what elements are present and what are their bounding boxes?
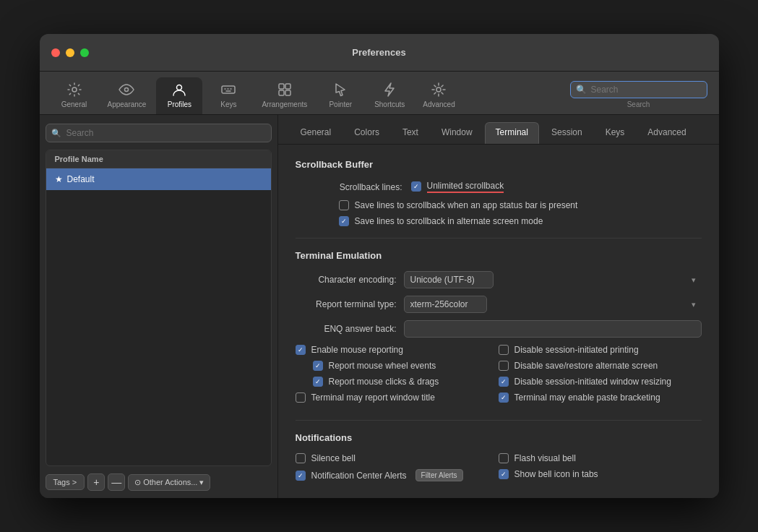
save-lines-statusbar-label: Save lines to scrollback when an app sta… [355, 200, 578, 210]
svg-rect-5 [285, 84, 290, 89]
terminal-paste-bracketing-row: ✓ Terminal may enable paste bracketing [499, 392, 702, 403]
profile-list: Profile Name ★ Default [46, 150, 272, 466]
sidebar: 🔍 Profile Name ★ Default Tags > + — [40, 115, 278, 498]
unlimited-scrollback-label: Unlimited scrollback [427, 181, 504, 193]
unlimited-scrollback-row: ✓ Unlimited scrollback [411, 181, 702, 193]
enq-answer-row: ENQ answer back: [296, 320, 702, 338]
lightning-icon [382, 82, 397, 98]
filter-alerts-button[interactable]: Filter Alerts [415, 469, 463, 481]
tab-text[interactable]: Text [392, 122, 429, 144]
report-mouse-wheel-label: Report mouse wheel events [329, 361, 436, 371]
save-lines-alternate-checkbox[interactable]: ✓ [339, 216, 349, 226]
disable-session-printing-checkbox[interactable] [499, 345, 509, 355]
content-area: General Colors Text Window Terminal Sess… [278, 115, 719, 498]
show-bell-icon-row: ✓ Show bell icon in tabs [499, 469, 702, 479]
toolbar-search-area: 🔍 Search [570, 81, 707, 108]
save-lines-statusbar-row: Save lines to scrollback when an app sta… [296, 200, 702, 210]
toolbar-item-arrangements[interactable]: Arrangements [254, 77, 314, 114]
disable-session-resizing-row: ✓ Disable session-initiated window resiz… [499, 377, 702, 387]
other-actions-label: Other Actions... [143, 478, 197, 486]
settings-content: Scrollback Buffer Scrollback lines: ✓ Un… [278, 145, 719, 498]
flash-visual-bell-checkbox[interactable] [499, 453, 509, 463]
character-encoding-select[interactable]: Unicode (UTF-8) ASCII Latin-1 [404, 271, 494, 288]
toolbar-item-advanced[interactable]: Advanced [415, 77, 462, 114]
scrollback-lines-label: Scrollback lines: [340, 182, 402, 192]
terminal-report-window-label: Terminal may report window title [311, 392, 435, 403]
add-icon: + [93, 476, 99, 488]
report-mouse-clicks-label: Report mouse clicks & drags [329, 377, 439, 387]
report-mouse-clicks-checkbox[interactable]: ✓ [313, 377, 323, 387]
toolbar-item-keys[interactable]: Keys [205, 77, 251, 114]
tab-window[interactable]: Window [431, 122, 483, 144]
person-icon [171, 82, 187, 98]
disable-session-printing-label: Disable session-initiated printing [514, 345, 639, 355]
scrollback-section: Scrollback Buffer Scrollback lines: ✓ Un… [296, 159, 702, 226]
toolbar-item-profiles[interactable]: Profiles [156, 77, 202, 114]
sidebar-search-icon: 🔍 [51, 129, 61, 138]
tab-keys[interactable]: Keys [595, 122, 636, 144]
eye-icon [119, 82, 134, 98]
toolbar-item-general[interactable]: General [51, 77, 98, 114]
notification-center-checkbox[interactable]: ✓ [296, 471, 306, 481]
add-profile-button[interactable]: + [87, 473, 105, 491]
save-lines-alternate-row: ✓ Save lines to scrollback in alternate … [296, 216, 702, 226]
silence-bell-checkbox[interactable] [296, 453, 306, 463]
report-terminal-select[interactable]: xterm-256color xterm vt100 ansi [404, 296, 487, 313]
tab-general[interactable]: General [290, 122, 343, 144]
toolbar-profiles-label: Profiles [168, 100, 191, 108]
save-lines-statusbar-checkbox[interactable] [339, 200, 349, 210]
disable-save-restore-checkbox[interactable] [499, 361, 509, 371]
close-button[interactable] [51, 48, 60, 57]
toolbar-item-pointer[interactable]: Pointer [317, 77, 363, 114]
emulation-checkboxes: ✓ Enable mouse reporting ✓ Report mouse … [296, 345, 702, 408]
tags-button[interactable]: Tags > [46, 474, 85, 490]
other-actions-button[interactable]: ⊙ Other Actions... ▾ [128, 474, 210, 491]
character-encoding-label: Character encoding: [296, 275, 397, 285]
toolbar-search-wrap: 🔍 [570, 81, 707, 98]
remove-profile-button[interactable]: — [108, 473, 125, 491]
svg-point-1 [125, 88, 129, 92]
report-mouse-wheel-checkbox[interactable]: ✓ [313, 361, 323, 371]
minimize-button[interactable] [66, 48, 74, 57]
show-bell-icon-checkbox[interactable]: ✓ [499, 469, 509, 479]
toolbar-appearance-label: Appearance [108, 100, 147, 108]
tab-advanced[interactable]: Advanced [637, 122, 697, 144]
disable-session-resizing-checkbox[interactable]: ✓ [499, 377, 509, 387]
notifications-section: Notifications Silence bell ✓ Notificatio… [296, 432, 702, 487]
report-terminal-row: Report terminal type: xterm-256color xte… [296, 296, 702, 313]
maximize-button[interactable] [80, 48, 89, 57]
toolbar-item-appearance[interactable]: Appearance [100, 77, 154, 114]
toolbar-search-input[interactable] [570, 81, 707, 98]
enable-mouse-reporting-row: ✓ Enable mouse reporting [296, 345, 499, 355]
terminal-report-window-checkbox[interactable] [296, 392, 306, 403]
tab-session[interactable]: Session [540, 122, 593, 144]
notification-center-row: ✓ Notification Center Alerts Filter Aler… [296, 469, 499, 481]
svg-point-0 [72, 87, 77, 92]
enq-answer-input[interactable] [404, 320, 702, 338]
window-title: Preferences [352, 47, 405, 58]
toolbar-pointer-label: Pointer [329, 100, 352, 108]
tab-colors[interactable]: Colors [343, 122, 390, 144]
report-terminal-select-wrap: xterm-256color xterm vt100 ansi [404, 296, 702, 313]
terminal-paste-bracketing-checkbox[interactable]: ✓ [499, 392, 509, 403]
toolbar-keys-label: Keys [220, 100, 236, 108]
divider-1 [296, 238, 702, 239]
toolbar-item-shortcuts[interactable]: Shortcuts [366, 77, 413, 114]
scrollback-lines-row: Scrollback lines: ✓ Unlimited scrollback [296, 180, 702, 193]
profile-item-label: Default [67, 174, 95, 184]
enable-mouse-reporting-label: Enable mouse reporting [311, 345, 403, 355]
sidebar-search-input[interactable] [46, 124, 272, 142]
content-tabs: General Colors Text Window Terminal Sess… [278, 115, 719, 145]
profile-item-default[interactable]: ★ Default [46, 168, 271, 190]
unlimited-scrollback-checkbox[interactable]: ✓ [411, 181, 421, 192]
keyboard-icon [220, 82, 236, 98]
tab-terminal[interactable]: Terminal [485, 122, 539, 144]
remove-icon: — [111, 476, 121, 488]
enable-mouse-reporting-checkbox[interactable]: ✓ [296, 345, 306, 355]
svg-point-8 [436, 87, 441, 92]
divider-2 [296, 420, 702, 421]
terminal-report-window-row: Terminal may report window title [296, 392, 499, 403]
terminal-paste-bracketing-label: Terminal may enable paste bracketing [514, 392, 660, 403]
toolbar-shortcuts-label: Shortcuts [374, 100, 405, 108]
toolbar-search-label: Search [570, 100, 707, 108]
